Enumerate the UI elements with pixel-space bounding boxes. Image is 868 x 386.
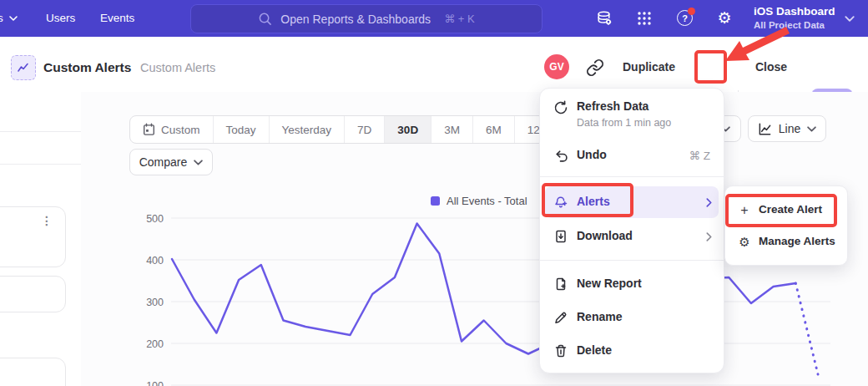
- menu-item-label: Delete: [577, 343, 612, 357]
- help-notification-dot: [688, 8, 695, 15]
- line-chart-icon: [17, 61, 30, 74]
- breadcrumb: Custom Alerts: [140, 61, 215, 74]
- close-button[interactable]: Close: [755, 60, 787, 74]
- chevron-right-icon: [706, 232, 712, 241]
- menu-item-label: Rename: [577, 310, 622, 323]
- trash-icon: [553, 343, 568, 358]
- menu-item-label: Undo: [577, 148, 607, 161]
- chevron-down-icon: [9, 16, 18, 21]
- page-title: Custom Alerts: [43, 60, 131, 75]
- project-scope: All Project Data: [754, 19, 835, 32]
- copy-link-icon[interactable]: [586, 58, 604, 77]
- menu-divider: [540, 260, 724, 261]
- avatar[interactable]: GV: [544, 54, 569, 79]
- menu-item-label: Download: [577, 229, 633, 242]
- menu-item-delete[interactable]: Delete: [540, 334, 724, 368]
- settings-gear-icon[interactable]: ⚙: [716, 10, 733, 27]
- undo-shortcut: ⌘ Z: [689, 149, 711, 162]
- plus-icon: +: [737, 203, 752, 218]
- project-selector[interactable]: iOS Dashboard All Project Data: [754, 3, 835, 32]
- alerts-submenu: + Create Alert ⚙ Manage Alerts: [724, 185, 848, 266]
- menu-item-label: New Report: [577, 277, 642, 290]
- menu-item-download[interactable]: Download: [540, 220, 724, 253]
- data-management-icon[interactable]: [596, 10, 613, 27]
- project-chevron-down-icon: [845, 16, 855, 22]
- menu-item-rename[interactable]: Rename: [540, 301, 724, 334]
- report-type-badge: [11, 55, 36, 80]
- help-question-mark: ?: [682, 13, 688, 23]
- menu-item-label: Alerts: [577, 195, 610, 208]
- search-placeholder: Open Reports & Dashboards: [280, 13, 431, 26]
- project-name: iOS Dashboard: [754, 3, 835, 19]
- pencil-icon: [553, 310, 568, 325]
- sidebar-card[interactable]: [0, 358, 66, 386]
- menu-item-refresh-data[interactable]: Refresh Data Data from 1 min ago: [540, 97, 724, 137]
- bell-plus-icon: [553, 195, 568, 210]
- app-screen: s Users Events Open Reports & Dashboards…: [0, 0, 868, 386]
- report-header: Custom Alerts Custom Alerts GV Duplicate…: [0, 37, 868, 93]
- submenu-item-label: Create Alert: [759, 203, 822, 216]
- gear-icon: ⚙: [737, 235, 752, 250]
- svg-text:100: 100: [146, 380, 164, 386]
- gear-glyph: ⚙: [717, 9, 731, 27]
- card-kebab-menu-icon[interactable]: ⋮: [41, 214, 53, 227]
- sidebar-divider: [0, 131, 81, 132]
- svg-text:200: 200: [146, 338, 164, 350]
- sidebar-divider: [0, 164, 81, 165]
- nav-item-events[interactable]: Events: [100, 0, 134, 37]
- left-sidebar: ⋮: [0, 92, 82, 386]
- nav-item-users[interactable]: Users: [46, 0, 75, 37]
- download-icon: [553, 229, 568, 244]
- sidebar-card[interactable]: [0, 206, 66, 267]
- submenu-item-create-alert[interactable]: + Create Alert: [725, 195, 847, 226]
- menu-item-label: Refresh Data: [577, 99, 648, 113]
- svg-text:400: 400: [146, 255, 164, 267]
- nav-item-partial[interactable]: s: [0, 0, 18, 37]
- refresh-icon: [553, 100, 568, 115]
- sidebar-card[interactable]: [0, 276, 66, 312]
- menu-item-undo[interactable]: Undo ⌘ Z: [540, 140, 724, 170]
- menu-item-alerts[interactable]: Alerts: [545, 186, 719, 218]
- duplicate-button[interactable]: Duplicate: [623, 60, 675, 74]
- global-search-input[interactable]: Open Reports & Dashboards ⌘ + K: [190, 4, 542, 33]
- top-navbar: s Users Events Open Reports & Dashboards…: [0, 0, 868, 37]
- menu-divider: [540, 176, 724, 177]
- nav-item-partial-label: s: [0, 0, 3, 37]
- new-report-icon: [553, 277, 568, 292]
- undo-icon: [553, 148, 568, 163]
- submenu-item-label: Manage Alerts: [759, 235, 835, 247]
- svg-text:300: 300: [146, 297, 164, 308]
- search-icon: [258, 12, 272, 26]
- chevron-right-icon: [706, 198, 712, 207]
- apps-grid-icon[interactable]: [636, 10, 653, 27]
- svg-text:500: 500: [146, 213, 164, 225]
- search-shortcut: ⌘ + K: [444, 13, 475, 25]
- menu-item-new-report[interactable]: New Report: [540, 267, 724, 301]
- menu-item-subtext: Data from 1 min ago: [577, 117, 671, 129]
- more-options-menu: Refresh Data Data from 1 min ago Undo ⌘ …: [539, 88, 724, 373]
- submenu-item-manage-alerts[interactable]: ⚙ Manage Alerts: [725, 226, 847, 258]
